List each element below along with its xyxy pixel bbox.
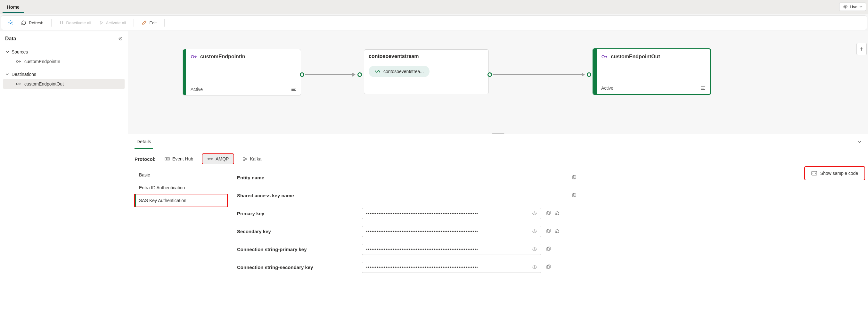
connector <box>493 74 582 75</box>
protocol-eventhub[interactable]: Event Hub <box>161 154 196 163</box>
auth-tab-entra[interactable]: Entra ID Authentication <box>134 181 227 194</box>
field-label-primary: Primary key <box>237 211 362 216</box>
svg-point-6 <box>191 55 194 58</box>
eye-icon[interactable] <box>532 247 537 251</box>
separator <box>164 19 165 27</box>
chevron-down-icon[interactable] <box>857 139 862 144</box>
sources-tree-header[interactable]: Sources <box>3 47 125 56</box>
regenerate-icon[interactable] <box>555 229 560 234</box>
svg-rect-2 <box>60 21 61 24</box>
output-port[interactable] <box>300 72 304 77</box>
live-mode-badge[interactable]: Live <box>839 3 866 11</box>
separator <box>133 19 134 27</box>
protocol-row: Protocol: Event Hub AMQP Kafka <box>128 149 868 168</box>
kafka-icon <box>243 156 247 161</box>
svg-point-12 <box>243 160 245 161</box>
copy-icon[interactable] <box>546 229 551 234</box>
stream-icon <box>374 69 380 74</box>
node-contosoeventstream[interactable]: contosoeventstream contosoeventstrea... <box>364 49 489 94</box>
deactivate-all-button[interactable]: Deactivate all <box>56 19 94 27</box>
endpoint-out-icon <box>601 54 608 60</box>
protocol-amqp[interactable]: AMQP <box>202 154 234 164</box>
refresh-label: Refresh <box>29 21 43 25</box>
show-sample-code-button[interactable]: Show sample code <box>805 166 865 180</box>
sidebar-title: Data <box>5 36 16 42</box>
settings-button[interactable] <box>4 18 17 28</box>
output-port[interactable] <box>488 72 492 77</box>
auth-fields: Entity name Shared access key name <box>237 168 577 276</box>
svg-rect-8 <box>165 158 166 160</box>
svg-point-1 <box>10 22 11 24</box>
edit-button[interactable]: Edit <box>138 18 159 27</box>
copy-icon[interactable] <box>546 264 551 270</box>
copy-icon[interactable] <box>546 247 551 252</box>
primary-key-field[interactable]: ••••••••••••••••••••••••••••••••••••••••… <box>362 208 541 219</box>
collapse-sidebar-button[interactable] <box>118 36 123 41</box>
input-port[interactable] <box>587 72 591 77</box>
plus-icon: + <box>860 45 864 53</box>
input-port[interactable] <box>358 72 362 77</box>
node-status: Active <box>601 86 613 91</box>
eye-icon[interactable] <box>532 211 537 216</box>
details-tab[interactable]: Details <box>134 134 153 149</box>
tab-home[interactable]: Home <box>3 1 24 13</box>
eye-icon <box>843 4 848 9</box>
auth-tab-basic[interactable]: Basic <box>134 168 227 181</box>
eye-icon[interactable] <box>532 229 537 233</box>
svg-point-24 <box>534 249 535 250</box>
svg-point-4 <box>16 61 18 62</box>
node-customendpointin[interactable]: customEndpointIn Active <box>183 49 301 95</box>
node-title: contosoeventstream <box>369 54 484 59</box>
destination-item-customendpointout[interactable]: customEndpointOut <box>3 79 125 89</box>
chevron-down-icon <box>6 50 9 54</box>
field-label-sak: Shared access key name <box>237 193 362 198</box>
masked-value: ••••••••••••••••••••••••••••••••••••••••… <box>366 247 478 252</box>
source-item-customendpointin[interactable]: customEndpointIn <box>3 56 125 67</box>
menu-icon[interactable] <box>701 86 706 90</box>
destinations-tree-header[interactable]: Destinations <box>3 70 125 79</box>
connection-string-primary-field[interactable]: ••••••••••••••••••••••••••••••••••••••••… <box>362 244 541 255</box>
live-label: Live <box>850 4 858 9</box>
gear-icon <box>8 20 13 26</box>
pipeline-canvas[interactable]: customEndpointIn Active contosoeventstre… <box>128 31 868 134</box>
add-node-button[interactable]: + <box>857 43 867 55</box>
secondary-key-field[interactable]: ••••••••••••••••••••••••••••••••••••••••… <box>362 226 541 237</box>
main-area: Data Sources customEndpointIn Destinatio… <box>0 31 868 319</box>
play-icon <box>99 21 103 25</box>
auth-list: Basic Entra ID Authentication SAS Key Au… <box>134 168 227 276</box>
protocol-label-eventhub: Event Hub <box>172 156 193 161</box>
masked-value: ••••••••••••••••••••••••••••••••••••••••… <box>366 265 478 270</box>
arrow-head-icon <box>582 73 585 76</box>
amqp-icon <box>207 157 213 161</box>
sidebar: Data Sources customEndpointIn Destinatio… <box>0 31 128 319</box>
stream-chip-label: contosoeventstrea... <box>383 69 424 74</box>
code-icon <box>811 171 817 176</box>
svg-point-11 <box>243 157 245 158</box>
chevron-left-double-icon <box>118 36 123 41</box>
sources-label: Sources <box>11 49 28 55</box>
node-customendpointout[interactable]: customEndpointOut Active <box>593 49 711 95</box>
activate-label: Activate all <box>106 21 126 25</box>
node-status-stripe <box>593 49 597 94</box>
resize-handle[interactable] <box>492 133 504 134</box>
refresh-button[interactable]: Refresh <box>18 18 47 27</box>
menu-icon[interactable] <box>291 87 296 92</box>
regenerate-icon[interactable] <box>555 211 560 216</box>
stream-chip[interactable]: contosoeventstrea... <box>369 66 430 77</box>
copy-icon[interactable] <box>546 211 551 216</box>
show-sample-code-label: Show sample code <box>820 171 858 176</box>
toolbar: Refresh Deactivate all Activate all Edit <box>1 15 867 30</box>
arrow-head-icon <box>352 73 355 76</box>
copy-icon[interactable] <box>571 175 577 180</box>
auth-tab-sas[interactable]: SAS Key Authentication <box>134 194 227 207</box>
svg-rect-10 <box>168 158 169 160</box>
protocol-kafka[interactable]: Kafka <box>240 154 265 163</box>
connection-string-secondary-field[interactable]: ••••••••••••••••••••••••••••••••••••••••… <box>362 262 541 273</box>
eye-icon[interactable] <box>532 265 537 269</box>
source-item-label: customEndpointIn <box>24 59 60 64</box>
activate-all-button[interactable]: Activate all <box>96 19 129 27</box>
eventhub-icon <box>165 157 170 161</box>
copy-icon[interactable] <box>571 193 577 198</box>
endpoint-in-icon <box>16 59 21 64</box>
svg-point-21 <box>534 231 535 232</box>
